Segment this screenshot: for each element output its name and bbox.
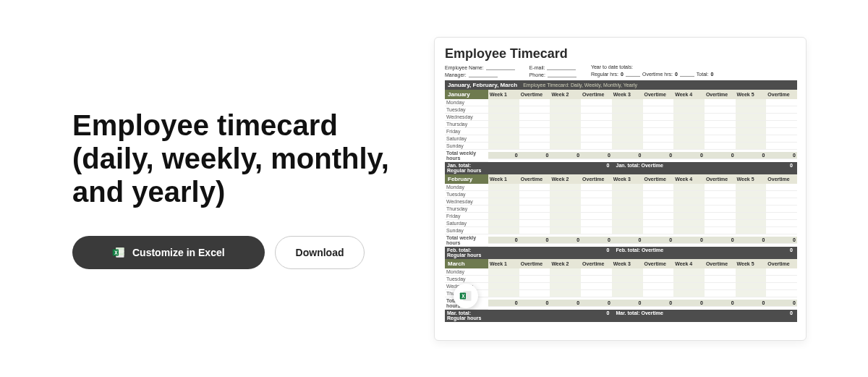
col-week: Week 3 (612, 90, 643, 98)
cell (766, 191, 797, 198)
cell (705, 121, 736, 128)
summary-reg-label: Jan. total: Regular hours (445, 162, 488, 174)
total-cell: 0 (705, 300, 736, 307)
cell (766, 198, 797, 206)
preview-title: Employee Timecard (445, 46, 797, 62)
day-label: Tuesday (445, 106, 488, 114)
cell (766, 184, 797, 191)
cell (736, 128, 767, 135)
total-cell: 0 (673, 300, 705, 307)
total-weekly-row: Total weekly hours0000000000 (445, 234, 797, 247)
cell (581, 206, 612, 213)
total-cell: 0 (643, 300, 674, 307)
day-row: Sunday (445, 143, 797, 150)
day-row: Thursday (445, 290, 797, 297)
col-week: Week 3 (612, 175, 643, 183)
total-cell: 0 (705, 152, 736, 159)
field-phone-label: Phone: (529, 72, 545, 77)
col-overtime: Overtime (643, 90, 674, 98)
cell (550, 283, 581, 290)
col-overtime: Overtime (705, 260, 736, 268)
day-label: Sunday (445, 143, 488, 150)
cell (612, 206, 643, 213)
excel-float-icon (454, 284, 478, 308)
day-row: Tuesday (445, 276, 797, 283)
col-overtime: Overtime (705, 175, 736, 183)
cell (550, 99, 581, 106)
cell (519, 135, 550, 143)
cell (581, 227, 612, 234)
cell (643, 198, 674, 206)
summary-ot-label: Feb. total: Overtime (614, 247, 672, 259)
day-label: Tuesday (445, 276, 488, 283)
day-label: Wednesday (445, 114, 488, 121)
col-overtime: Overtime (519, 175, 550, 183)
field-reg-hrs-label: Regular hrs: (591, 72, 618, 77)
cell (736, 99, 767, 106)
cell (766, 121, 797, 128)
cell (736, 143, 767, 150)
cell (612, 198, 643, 206)
cell (736, 290, 767, 297)
summary-ot-value: 0 (672, 162, 798, 174)
cell (643, 220, 674, 227)
cell (766, 128, 797, 135)
cell (705, 227, 736, 234)
cell (705, 276, 736, 283)
summary-reg-value: 0 (488, 247, 614, 259)
cell (705, 114, 736, 121)
cell (519, 206, 550, 213)
cell (550, 290, 581, 297)
customize-in-excel-button[interactable]: Customize in Excel (72, 236, 265, 269)
total-cell: 0 (736, 237, 767, 244)
cell (766, 99, 797, 106)
cell (550, 213, 581, 220)
cell (736, 227, 767, 234)
cell (550, 128, 581, 135)
field-reg-hrs-value: 0 (621, 72, 624, 77)
day-label: Monday (445, 268, 488, 276)
cell (673, 283, 705, 290)
cell (550, 227, 581, 234)
cell (488, 198, 519, 206)
summary-reg-value: 0 (488, 162, 614, 174)
cell (519, 268, 550, 276)
cell (612, 220, 643, 227)
col-overtime: Overtime (519, 90, 550, 98)
cell (705, 283, 736, 290)
month-block: JanuaryWeek 1OvertimeWeek 2OvertimeWeek … (445, 90, 797, 174)
cell (643, 227, 674, 234)
cell (736, 283, 767, 290)
day-row: Wednesday (445, 283, 797, 290)
total-weekly-row: Total weekly hours0000000000 (445, 150, 797, 162)
cell (581, 114, 612, 121)
cell (705, 128, 736, 135)
cell (550, 143, 581, 150)
cell (766, 268, 797, 276)
day-row: Monday (445, 184, 797, 191)
cell (488, 290, 519, 297)
cell (736, 276, 767, 283)
cell (736, 184, 767, 191)
cell (488, 213, 519, 220)
total-cell: 0 (581, 237, 612, 244)
cell (736, 220, 767, 227)
cell (550, 184, 581, 191)
cell (612, 143, 643, 150)
cell (488, 276, 519, 283)
cell (705, 106, 736, 114)
button-row: Customize in Excel Download (72, 236, 405, 269)
cell (581, 220, 612, 227)
cell (550, 114, 581, 121)
quarter-band: January, February, March Employee Timeca… (445, 80, 797, 90)
total-cell: 0 (612, 300, 643, 307)
cell (612, 128, 643, 135)
day-row: Wednesday (445, 114, 797, 121)
cell (519, 220, 550, 227)
cell (612, 121, 643, 128)
cell (705, 290, 736, 297)
cell (673, 114, 705, 121)
cell (519, 290, 550, 297)
total-cell: 0 (550, 300, 581, 307)
download-button[interactable]: Download (275, 236, 365, 269)
